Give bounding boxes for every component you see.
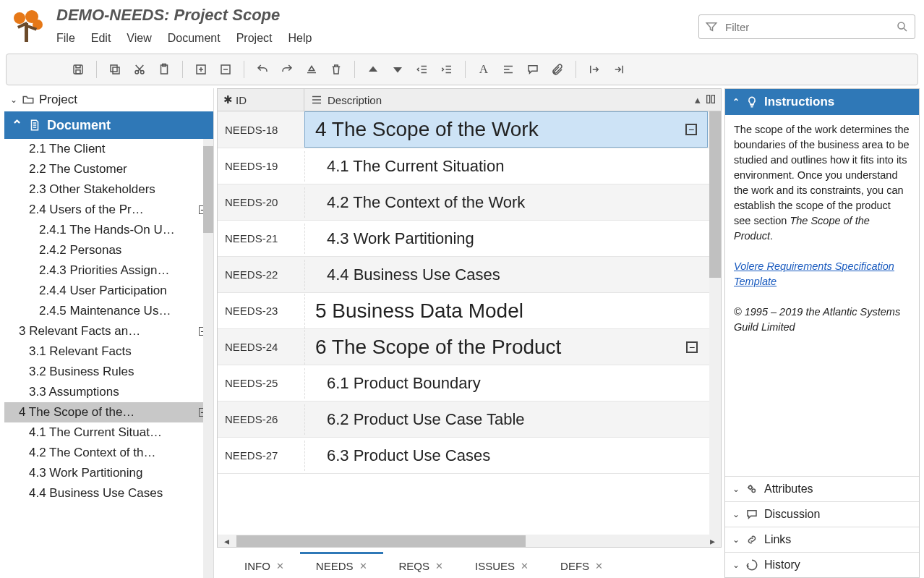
menu-document[interactable]: Document: [168, 32, 221, 45]
attach-icon[interactable]: [547, 59, 568, 80]
accordion-attributes[interactable]: ⌄Attributes: [725, 476, 919, 501]
tree-doc-label: Document: [47, 118, 111, 133]
outdent-icon[interactable]: [411, 59, 433, 80]
table-row[interactable]: NEEDS-224.4 Business Use Cases: [218, 257, 721, 293]
indent-icon[interactable]: [436, 59, 458, 80]
close-icon[interactable]: ✕: [435, 561, 443, 571]
redo-icon[interactable]: [276, 59, 298, 80]
menu-help[interactable]: Help: [288, 32, 312, 45]
tree-item[interactable]: 3.2 Business Rules: [4, 362, 213, 382]
font-icon[interactable]: A: [473, 59, 495, 80]
table-row[interactable]: NEEDS-184 The Scope of the Work−: [218, 111, 721, 148]
table-row[interactable]: NEEDS-204.2 The Context of the Work: [218, 184, 721, 221]
column-header-description[interactable]: Description ▴: [304, 89, 721, 111]
scroll-right-icon[interactable]: ▸: [705, 535, 719, 548]
tab-defs[interactable]: DEFS✕: [544, 552, 619, 578]
tree-item[interactable]: 2.1 The Client: [4, 139, 213, 159]
comment-icon[interactable]: [522, 59, 544, 80]
close-icon[interactable]: ✕: [521, 561, 529, 571]
cell-description[interactable]: 6.3 Product Use Cases: [304, 441, 708, 471]
delete-icon[interactable]: [325, 59, 347, 80]
accordion-discussion[interactable]: ⌄Discussion: [725, 501, 919, 527]
goto-right-icon[interactable]: [583, 59, 605, 80]
tree-item[interactable]: 2.4 Users of the Pr…−: [4, 200, 213, 220]
menu-edit[interactable]: Edit: [91, 32, 111, 45]
filter-box[interactable]: [698, 14, 915, 39]
accordion-history[interactable]: ⌄History: [725, 552, 919, 577]
tree-item[interactable]: 2.4.2 Personas: [4, 240, 213, 260]
close-icon[interactable]: ✕: [595, 561, 603, 571]
align-icon[interactable]: [497, 59, 519, 80]
search-icon[interactable]: [896, 20, 909, 33]
cell-description[interactable]: 4.3 Work Partitioning: [304, 224, 708, 254]
tree-item[interactable]: 3 Relevant Facts an…−: [4, 321, 213, 341]
tree-item[interactable]: 4.1 The Current Situat…: [4, 422, 213, 443]
tree-item[interactable]: 4.4 Business Use Cases: [4, 483, 213, 503]
close-icon[interactable]: ✕: [359, 561, 367, 571]
cell-description[interactable]: 6 The Scope of the Product−: [304, 330, 708, 365]
tree-scrollbar[interactable]: [203, 139, 213, 578]
cell-id: NEEDS-26: [218, 407, 304, 431]
table-row[interactable]: NEEDS-266.2 Product Use Case Table: [218, 401, 721, 438]
tree-item[interactable]: 2.4.1 The Hands-On U…: [4, 220, 213, 240]
chevron-down-icon: ⌄: [10, 95, 17, 105]
menu-project[interactable]: Project: [236, 32, 273, 45]
tree-item[interactable]: 2.4.5 Maintenance Us…: [4, 301, 213, 321]
table-row[interactable]: NEEDS-256.1 Product Boundary: [218, 365, 721, 401]
grid-scrollbar-vertical[interactable]: [709, 111, 721, 535]
tab-info[interactable]: INFO✕: [228, 552, 300, 578]
tab-needs[interactable]: NEEDS✕: [300, 552, 383, 578]
cell-id: NEEDS-20: [218, 190, 304, 214]
tab-issues[interactable]: ISSUES✕: [459, 552, 544, 578]
down-icon[interactable]: [387, 59, 408, 80]
cell-description[interactable]: 4 The Scope of the Work−: [304, 111, 708, 148]
undo-icon[interactable]: [252, 59, 273, 80]
tree-document-node[interactable]: ⌃ Document: [4, 111, 213, 139]
tree-item[interactable]: 2.3 Other Stakeholders: [4, 179, 213, 200]
tree-project-root[interactable]: ⌄ Project: [4, 88, 213, 111]
tree-item[interactable]: 2.4.4 User Participation: [4, 281, 213, 301]
tree-item[interactable]: 3.3 Assumptions: [4, 382, 213, 402]
close-icon[interactable]: ✕: [276, 561, 284, 571]
tree-item[interactable]: 4.2 The Context of th…: [4, 443, 213, 463]
column-header-id[interactable]: ✱ ID: [218, 89, 304, 111]
cell-description[interactable]: 4.4 Business Use Cases: [304, 260, 708, 290]
table-row[interactable]: NEEDS-246 The Scope of the Product−: [218, 329, 721, 365]
grid-scrollbar-horizontal[interactable]: ◂ ▸: [217, 535, 722, 548]
collapse-icon[interactable]: −: [686, 341, 698, 353]
menu-file[interactable]: File: [56, 32, 75, 45]
table-row[interactable]: NEEDS-276.3 Product Use Cases: [218, 438, 721, 474]
accordion-links[interactable]: ⌄Links: [725, 527, 919, 552]
up-icon[interactable]: [362, 59, 384, 80]
tree-item[interactable]: 4 The Scope of the…−: [4, 402, 213, 422]
table-row[interactable]: NEEDS-194.1 The Current Situation: [218, 148, 721, 184]
tree-item[interactable]: 2.2 The Customer: [4, 159, 213, 179]
save-icon[interactable]: [67, 59, 89, 80]
cut-icon[interactable]: [129, 59, 150, 80]
columns-icon[interactable]: [705, 93, 716, 105]
menu-view[interactable]: View: [127, 32, 151, 45]
collapse-icon[interactable]: −: [685, 124, 697, 135]
tree-item[interactable]: 3.1 Relevant Facts: [4, 341, 213, 362]
goto-end-icon[interactable]: [608, 59, 630, 80]
cell-description[interactable]: 6.1 Product Boundary: [304, 368, 708, 399]
filter-input[interactable]: [725, 21, 889, 33]
tab-reqs[interactable]: REQS✕: [383, 552, 460, 578]
tree-item[interactable]: 4.3 Work Partitioning: [4, 463, 213, 483]
table-row[interactable]: NEEDS-235 Business Data Model: [218, 293, 721, 329]
sort-up-icon[interactable]: ▴: [695, 93, 701, 106]
remove-icon[interactable]: [215, 59, 236, 80]
cell-description[interactable]: 4.1 The Current Situation: [304, 151, 708, 182]
add-icon[interactable]: [190, 59, 212, 80]
volere-link[interactable]: Volere Requirements Specification Templa…: [734, 260, 894, 287]
paste-icon[interactable]: [153, 59, 175, 80]
table-row[interactable]: NEEDS-214.3 Work Partitioning: [218, 221, 721, 257]
scroll-left-icon[interactable]: ◂: [219, 535, 234, 548]
tree-item[interactable]: 2.4.3 Priorities Assign…: [4, 260, 213, 281]
instructions-header[interactable]: ⌃ Instructions: [725, 89, 919, 115]
cell-description[interactable]: 4.2 The Context of the Work: [304, 187, 708, 218]
cell-description[interactable]: 5 Business Data Model: [304, 294, 708, 328]
cell-description[interactable]: 6.2 Product Use Case Table: [304, 404, 708, 435]
expand-icon[interactable]: [301, 59, 322, 80]
copy-icon[interactable]: [104, 59, 126, 80]
